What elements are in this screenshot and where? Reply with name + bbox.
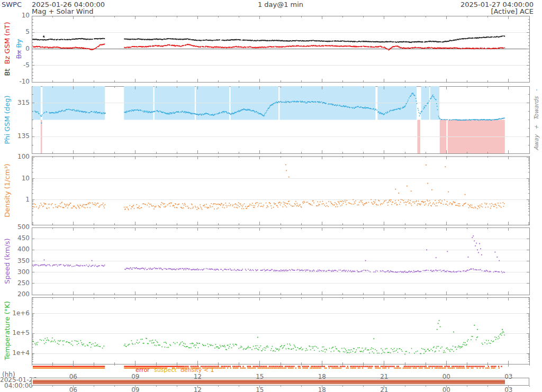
series-temperature — [32, 320, 505, 355]
y-tick-label: 135 — [6, 132, 30, 140]
y-tick-label: 10 — [6, 12, 30, 19]
time-tick-label: 18 — [314, 386, 330, 392]
series-bt — [32, 35, 505, 43]
x-axis-start-clock: 04:00:00 — [4, 382, 33, 389]
time-tick-label: 03 — [501, 386, 517, 392]
y-tick-label: 315 — [6, 99, 30, 106]
y-ticks-density — [32, 157, 529, 224]
y-tick-label: 100 — [6, 153, 30, 160]
time-tick-label: 21 — [376, 386, 392, 392]
legend-suspect: suspect — [154, 367, 177, 373]
time-tick-label: 06 — [65, 373, 81, 380]
series-speed — [32, 235, 505, 273]
axis-title-phi: Phi GSM (deg) — [3, 86, 12, 153]
time-tick-label: 12 — [189, 373, 205, 380]
time-tick-label: 12 — [189, 386, 205, 392]
x-ticks-density — [52, 156, 509, 225]
x-ticks-temperature — [52, 297, 509, 364]
y-tick-label: 400 — [6, 245, 30, 253]
y-tick-label: -10 — [6, 78, 30, 85]
time-tick-label: 15 — [252, 386, 268, 392]
time-tick-label: 06 — [65, 386, 81, 392]
gridlines-mag — [32, 32, 529, 66]
y-tick-label: 200 — [6, 290, 30, 298]
y-tick-label: 350 — [6, 257, 30, 265]
time-tick-label: 00 — [438, 373, 454, 380]
time-tick-label: 15 — [252, 373, 268, 380]
plot-canvas — [0, 0, 542, 392]
y-ticks-temperature — [32, 298, 529, 361]
y-tick-label: 1e+6 — [6, 309, 30, 317]
swpc-ace-plot-viewer: SWPC 2025-01-26 04:00:00 1 day@1 min 202… — [0, 0, 542, 392]
time-tick-label: 03 — [501, 373, 517, 380]
panel-temperature — [32, 297, 529, 364]
axis-title-density: Density (1/cm³) — [3, 156, 12, 225]
label-bt: Bt — [3, 69, 11, 76]
y-tick-label: 250 — [6, 279, 30, 287]
time-tick-label: 00 — [438, 386, 454, 392]
y-tick-label: 300 — [6, 268, 30, 276]
time-range-bar[interactable] — [33, 380, 505, 384]
series-density — [32, 165, 504, 211]
y-tick-label: 450 — [6, 234, 30, 242]
time-tick-label: 21 — [376, 373, 392, 380]
y-tick-label: 1e+4 — [6, 349, 30, 357]
y-tick-label: 5 — [6, 28, 30, 35]
time-tick-label: 09 — [128, 386, 143, 392]
y-tick-label: 1 — [6, 196, 30, 203]
time-tick-label: 09 — [128, 373, 143, 380]
y-tick-label: 500 — [6, 223, 30, 231]
panel-density — [32, 156, 529, 225]
gridlines-density — [32, 157, 529, 200]
y-tick-label: 1e+5 — [6, 329, 30, 336]
gridlines-speed — [32, 239, 529, 284]
time-range-scrollbar[interactable] — [31, 378, 529, 386]
y-tick-label: 0 — [6, 45, 30, 52]
quality-flag-rows — [33, 366, 502, 369]
axis-label-away-towards: Away + Towards - — [532, 86, 541, 153]
y-tick-label: -5 — [6, 61, 30, 69]
gridlines-temperature — [32, 314, 529, 354]
y-tick-label: 10 — [6, 175, 30, 182]
time-tick-label: 18 — [314, 373, 330, 380]
series-bz-gsm — [33, 44, 505, 51]
